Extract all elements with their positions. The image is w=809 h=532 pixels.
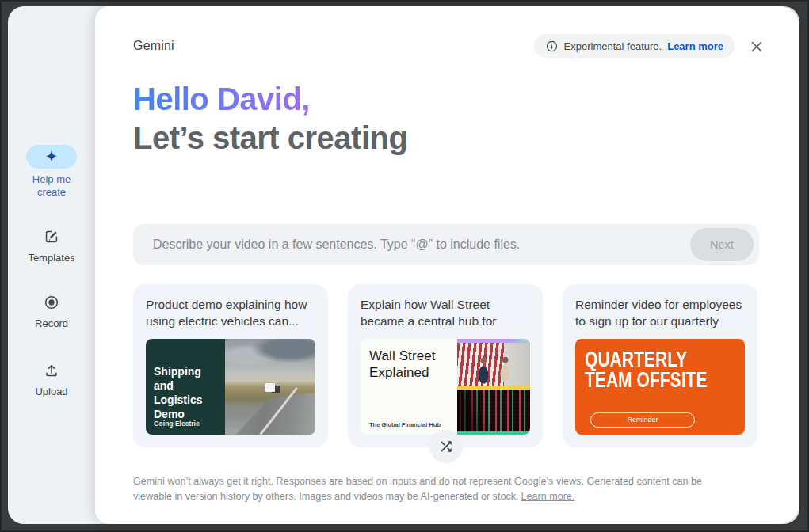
greeting-name-line: Hello David, [133,80,310,119]
shuffle-icon [438,439,454,454]
close-button[interactable] [747,37,766,56]
thumbnail-title-panel: Wall Street Explained The Global Financi… [361,339,457,435]
shuffle-suggestions-button[interactable] [429,430,463,463]
suggestion-card-wall-street[interactable]: Explain how Wall Street became a central… [348,284,543,447]
disclaimer-text: Gemini won’t always get it right. Respon… [133,476,702,502]
upload-icon [43,362,60,379]
experimental-badge-text: Experimental feature. [564,40,662,52]
sidebar-item-templates[interactable]: Templates [8,228,95,264]
suggestion-card-team-offsite[interactable]: Reminder video for employees to sign up … [563,284,757,447]
greeting-heading: Hello David, Let’s start creating [133,80,407,158]
sidebar-item-label: Templates [8,252,95,264]
sidebar-item-label: Help me create [26,173,77,199]
record-icon [43,294,60,311]
prompt-bar: Next [133,224,759,265]
card-thumbnail: Shipping and Logistics Demo Going Electr… [146,339,315,435]
suggestion-cards-row: Product demo explaining how using electr… [133,284,757,447]
thumbnail-title-panel: Shipping and Logistics Demo Going Electr… [146,339,225,435]
sidebar-item-label: Upload [8,386,95,398]
disclaimer-learn-more-link[interactable]: Learn more. [521,491,575,502]
green-strip [457,431,530,435]
thumbnail-subtitle: The Global Financial Hub [369,421,441,428]
help-me-create-panel: Gemini Experimental feature. Learn more … [95,6,799,524]
card-thumbnail: Wall Street Explained The Global Financi… [361,339,530,435]
thumbnail-title: Shipping and Logistics Demo [154,364,217,421]
stock-ticker-photo [457,390,530,432]
experimental-learn-more-link[interactable]: Learn more [667,40,723,52]
sidebar-item-record[interactable]: Record [8,294,95,330]
card-prompt-text: Reminder video for employees to sign up … [575,296,745,329]
highway-photo [225,339,315,435]
thumbnail-title: Wall Street Explained [369,348,448,381]
close-icon [749,39,765,55]
offsite-poster: Quarterly Team Offsite Reminder [575,339,745,435]
sidebar-item-label: Record [8,317,95,330]
suggestion-card-electric-vehicles[interactable]: Product demo explaining how using electr… [133,284,328,447]
disclaimer: Gemini won’t always get it right. Respon… [133,474,742,504]
next-button[interactable]: Next [690,228,754,261]
card-thumbnail: Quarterly Team Offsite Reminder [575,339,745,435]
selected-pill [26,145,77,169]
truck-shape [265,383,275,392]
panel-title: Gemini [133,39,174,53]
card-prompt-text: Product demo explaining how using electr… [146,296,315,329]
info-icon [545,40,559,53]
greeting-subtitle-line: Let’s start creating [133,120,407,155]
sidebar-item-upload[interactable]: Upload [8,362,95,398]
card-prompt-text: Explain how Wall Street became a central… [361,296,530,329]
templates-icon [43,228,60,245]
flag-people-photo [457,343,530,386]
thumbnail-subtitle: Going Electric [154,420,200,428]
sidebar: Help me create Templates Record Upload [8,6,95,524]
experimental-badge: Experimental feature. Learn more [534,34,735,58]
thumbnail-title: Quarterly Team Offsite [585,349,735,390]
video-description-input[interactable] [133,224,759,265]
sparkle-icon [44,149,59,165]
sidebar-item-help-me-create[interactable]: Help me create [8,145,95,199]
reminder-pill: Reminder [590,412,695,428]
thumbnail-photo-column [457,339,530,435]
